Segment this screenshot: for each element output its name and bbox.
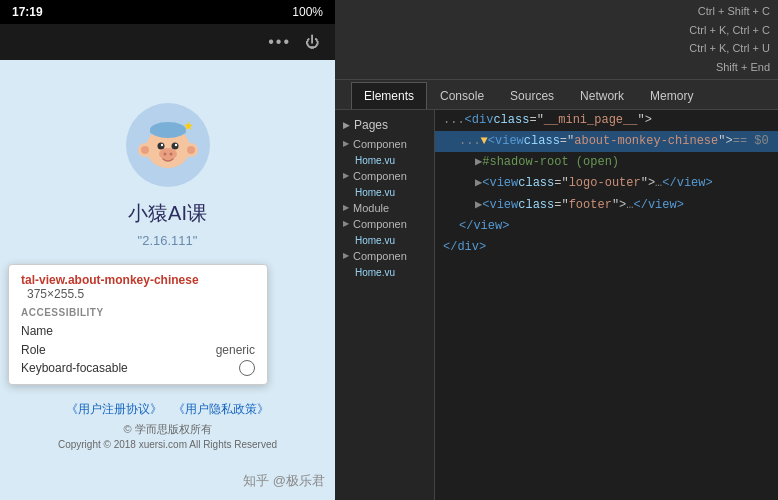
three-dots-icon: ••• xyxy=(268,33,291,51)
devtools-tabs: Elements Console Sources Network Memory xyxy=(335,80,778,110)
keyboard-focusable-icon xyxy=(239,360,255,376)
version-text: "2.16.111" xyxy=(138,233,198,248)
devtools-panel: Ctrl + Shift + C Ctrl + K, Ctrl + C Ctrl… xyxy=(335,0,778,500)
shadow-root-text: #shadow-root (open) xyxy=(482,153,619,172)
tag-view-close: </view> xyxy=(459,217,509,236)
triangle-down: ▼ xyxy=(481,132,488,151)
tab-network-label: Network xyxy=(580,89,624,103)
phone-panel: 17:19 100% ••• ⏻ xyxy=(0,0,335,500)
pages-sub-1: Home.vu xyxy=(335,152,434,168)
dom-line-5[interactable]: ▶ <view class =" footer "> … </view> xyxy=(435,195,778,216)
footer-links: 《用户注册协议》 《用户隐私政策》 xyxy=(0,401,335,418)
svg-point-7 xyxy=(187,146,195,154)
attr-class-3: class xyxy=(518,174,554,193)
svg-text:★: ★ xyxy=(183,119,194,133)
copyright1: © 学而思版权所有 xyxy=(0,422,335,437)
dom-line-6: </view> xyxy=(435,216,778,237)
pages-file-1: Home.vu xyxy=(355,155,395,166)
tooltip-dims: 375×255.5 xyxy=(27,287,84,301)
tab-elements-label: Elements xyxy=(364,89,414,103)
pages-title: Pages xyxy=(354,118,388,132)
tooltip-role-label: Role xyxy=(21,341,46,360)
svg-point-13 xyxy=(163,153,166,156)
tag-view-footer-close: </view> xyxy=(634,196,684,215)
shortcuts-bar: Ctrl + Shift + C Ctrl + K, Ctrl + C Ctrl… xyxy=(335,0,778,80)
shortcut-row-2: Ctrl + K, Ctrl + C xyxy=(343,21,770,40)
dom-line-3[interactable]: ▶ #shadow-root (open) xyxy=(435,152,778,173)
tooltip-keyboard-row: Keyboard-focasable xyxy=(21,360,255,376)
attr-value-about: about-monkey-chinese xyxy=(574,132,718,151)
tooltip-class: tal-view.about-monkey-chinese xyxy=(21,273,199,287)
app-title: 小猿AI课 xyxy=(128,200,207,227)
shortcut-4: Shift + End xyxy=(716,61,770,73)
battery-text: 100% xyxy=(292,5,323,19)
privacy-link[interactable]: 《用户隐私政策》 xyxy=(173,402,269,416)
tag-view-footer: <view xyxy=(482,196,518,215)
triangle-right-1: ▶ xyxy=(475,153,482,172)
tooltip-role-row: Role generic xyxy=(21,341,255,360)
pages-item-2[interactable]: ▶ Componen xyxy=(335,168,434,184)
pages-component-3: Componen xyxy=(353,218,407,230)
pages-file-4: Home.vu xyxy=(355,267,395,278)
inspect-icon[interactable] xyxy=(335,81,351,109)
status-time: 17:19 xyxy=(12,5,43,19)
tooltip-name-row: Name xyxy=(21,322,255,341)
dom-line-1[interactable]: ... <div class =" __mini_page__ "> xyxy=(435,110,778,131)
shortcut-3: Ctrl + K, Ctrl + U xyxy=(689,42,770,54)
pages-file-2: Home.vu xyxy=(355,187,395,198)
svg-point-5 xyxy=(141,146,149,154)
pages-item-3[interactable]: ▶ Componen xyxy=(335,216,434,232)
svg-point-14 xyxy=(169,153,172,156)
tag-view-open: <view xyxy=(488,132,524,151)
watermark: 知乎 @极乐君 xyxy=(243,472,325,490)
pages-module-label: Module xyxy=(353,202,389,214)
svg-point-10 xyxy=(160,144,162,146)
copyright2: Copyright © 2018 xuersi.com All Rights R… xyxy=(0,439,335,450)
ellipsis-3: … xyxy=(655,174,662,193)
tag-div-open: <div xyxy=(465,111,494,130)
monkey-logo: ★ xyxy=(123,100,213,190)
ellipsis-1: ... xyxy=(443,111,465,130)
svg-point-12 xyxy=(159,148,177,160)
shortcut-row-3: Ctrl + K, Ctrl + U xyxy=(343,39,770,58)
arrow-icon-4: ▶ xyxy=(343,251,349,260)
tab-memory[interactable]: Memory xyxy=(637,82,706,109)
dom-line-2[interactable]: ... ▼ <view class =" about-monkey-chines… xyxy=(435,131,778,152)
pages-sub-2: Home.vu xyxy=(335,184,434,200)
shortcut-2: Ctrl + K, Ctrl + C xyxy=(689,24,770,36)
attr-value-logo: logo-outer xyxy=(569,174,641,193)
tab-sources[interactable]: Sources xyxy=(497,82,567,109)
tab-memory-label: Memory xyxy=(650,89,693,103)
dom-tree-panel: ... <div class =" __mini_page__ "> ... ▼… xyxy=(435,110,778,500)
triangle-right-3: ▶ xyxy=(475,196,482,215)
tab-console[interactable]: Console xyxy=(427,82,497,109)
power-icon: ⏻ xyxy=(305,34,319,50)
shortcut-row-1: Ctrl + Shift + C xyxy=(343,2,770,21)
pages-module[interactable]: ▶ Module xyxy=(335,200,434,216)
tooltip-box: tal-view.about-monkey-chinese 375×255.5 … xyxy=(8,264,268,385)
attr-class-1: class xyxy=(493,111,529,130)
attr-class-4: class xyxy=(518,196,554,215)
svg-rect-3 xyxy=(150,128,186,134)
user-agreement-link[interactable]: 《用户注册协议》 xyxy=(66,402,162,416)
tab-network[interactable]: Network xyxy=(567,82,637,109)
pages-file-3: Home.vu xyxy=(355,235,395,246)
pages-header: ▶ Pages xyxy=(335,114,434,136)
triangle-right-2: ▶ xyxy=(475,174,482,193)
phone-top-bar: ••• ⏻ xyxy=(0,24,335,60)
tooltip-section-label: ACCESSIBILITY xyxy=(21,307,255,318)
status-bar: 17:19 100% xyxy=(0,0,335,24)
pages-component-2: Componen xyxy=(353,170,407,182)
status-right: 100% xyxy=(292,5,323,19)
tag-view-logo-close: </view> xyxy=(662,174,712,193)
tag-view-logo: <view xyxy=(482,174,518,193)
arrow-icon-2: ▶ xyxy=(343,171,349,180)
attr-value-mini: __mini_page__ xyxy=(544,111,638,130)
pages-sub-3: Home.vu xyxy=(335,232,434,248)
tooltip-keyboard-label: Keyboard-focasable xyxy=(21,361,128,375)
pages-item-1[interactable]: ▶ Componen xyxy=(335,136,434,152)
pages-item-4[interactable]: ▶ Componen xyxy=(335,248,434,264)
phone-footer: 《用户注册协议》 《用户隐私政策》 © 学而思版权所有 Copyright © … xyxy=(0,401,335,450)
tab-elements[interactable]: Elements xyxy=(351,82,427,109)
dom-line-4[interactable]: ▶ <view class =" logo-outer "> … </view> xyxy=(435,173,778,194)
